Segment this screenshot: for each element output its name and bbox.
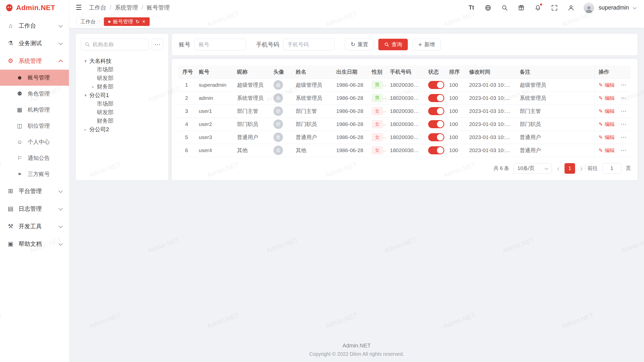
row-more-icon[interactable]: ⋯ (621, 95, 626, 101)
table-row[interactable]: 5 user3 普通用户 普 普通用户 1986-06-28 女 1802003… (178, 131, 631, 144)
tag-tab[interactable]: 工作台 (76, 17, 100, 26)
tree-caret-icon[interactable] (82, 59, 89, 64)
edit-button[interactable]: 编辑 (599, 82, 615, 88)
language-icon[interactable] (484, 4, 492, 12)
font-size-icon[interactable]: Tt (467, 4, 475, 12)
tree-node[interactable]: 财务部 (81, 117, 163, 125)
cell-status (424, 78, 445, 92)
sidebar-item[interactable]: 工作台 (0, 17, 69, 34)
cell-nickname: 普通用户 (233, 131, 269, 144)
cell-index: 5 (178, 131, 195, 144)
reset-button[interactable]: ↻ 重置 (345, 39, 374, 50)
tree-node[interactable]: 市场部 (81, 100, 163, 108)
row-more-icon[interactable]: ⋯ (621, 134, 626, 140)
sidebar-item[interactable]: 帮助文档 (0, 235, 69, 253)
sidebar-item[interactable]: 系统管理 (0, 52, 69, 70)
tree-caret-icon[interactable] (89, 84, 97, 89)
account-input[interactable] (194, 39, 246, 50)
cell-name: 部门职员 (292, 118, 332, 131)
sidebar-item[interactable]: 机构管理 (0, 102, 69, 118)
breadcrumb-item[interactable]: 工作台 (89, 4, 106, 12)
add-button[interactable]: + 新增 (412, 39, 440, 50)
bell-icon[interactable] (534, 4, 542, 12)
org-search-input[interactable] (93, 41, 145, 48)
row-more-icon[interactable]: ⋯ (621, 108, 626, 114)
row-more-icon[interactable]: ⋯ (621, 121, 626, 127)
edit-button[interactable]: 编辑 (599, 147, 615, 154)
status-toggle[interactable] (428, 81, 444, 89)
next-page-icon[interactable]: › (580, 165, 583, 172)
tag-tab[interactable]: 账号管理 ↻ × (104, 17, 150, 26)
row-more-icon[interactable]: ⋯ (621, 147, 626, 153)
tree-node[interactable]: 分公司1 (81, 91, 163, 100)
tree-node[interactable]: 研发部 (81, 74, 163, 82)
sidebar-item[interactable]: 平台管理 (0, 182, 69, 200)
fullscreen-icon[interactable] (550, 4, 558, 12)
chevron-icon (58, 156, 63, 160)
menu-label: 业务测试 (19, 39, 58, 47)
more-options-icon[interactable]: ⋯ (152, 39, 163, 50)
tree-caret-icon[interactable] (82, 93, 89, 98)
edit-button[interactable]: 编辑 (599, 134, 615, 141)
table-row[interactable]: 3 user1 部门主管 部 部门主管 1986-06-28 女 1802003… (178, 105, 631, 118)
page-size-select[interactable]: 10条/页 (514, 163, 552, 174)
sidebar-item[interactable]: 业务测试 (0, 34, 69, 52)
menu-icon (7, 40, 15, 47)
cell-phone: 18020030720 (386, 78, 424, 92)
chevron-icon (58, 206, 63, 211)
tree-node[interactable]: 财务部 (81, 82, 163, 91)
sidebar-item[interactable]: 开发工具 (0, 217, 69, 235)
refresh-icon[interactable]: ↻ (136, 19, 140, 24)
status-toggle[interactable] (428, 146, 444, 154)
table-row[interactable]: 4 user2 部门职员 部 部门职员 1986-06-28 女 1802003… (178, 118, 631, 131)
username[interactable]: superadmin (599, 4, 629, 11)
table-header-cell: 序号 (178, 65, 195, 78)
cell-order: 100 (445, 92, 465, 105)
tree-node[interactable]: 研发部 (81, 108, 163, 117)
breadcrumb-item[interactable]: 账号管理 (138, 4, 170, 12)
cell-phone: 18020030720 (386, 118, 424, 131)
logo[interactable]: Admin.NET (0, 0, 69, 15)
hamburger-icon[interactable]: ☰ (76, 4, 82, 11)
chevron-down-icon[interactable] (633, 6, 636, 10)
cell-order: 100 (445, 144, 465, 157)
sidebar-item[interactable]: 角色管理 (0, 86, 69, 102)
cell-avatar: 部 (269, 118, 292, 131)
edit-button[interactable]: 编辑 (599, 121, 615, 128)
sidebar-item[interactable]: 个人中心 (0, 134, 69, 150)
phone-input[interactable] (283, 39, 335, 50)
close-icon[interactable]: × (142, 19, 145, 24)
status-toggle[interactable] (428, 133, 444, 141)
sidebar-item[interactable]: 日志管理 (0, 200, 69, 217)
status-toggle[interactable] (428, 120, 444, 128)
edit-button[interactable]: 编辑 (599, 108, 615, 115)
theme-icon[interactable] (517, 4, 525, 12)
status-toggle[interactable] (428, 107, 444, 115)
tree-caret-icon[interactable] (82, 127, 89, 132)
goto-page-input[interactable] (602, 163, 621, 174)
sidebar-item[interactable]: 职位管理 (0, 118, 69, 134)
sidebar-item[interactable]: 通知公告 (0, 150, 69, 166)
sidebar-item[interactable]: 账号管理 (0, 70, 69, 86)
search-button[interactable]: 查询 (378, 39, 408, 50)
breadcrumb-item[interactable]: 系统管理 (106, 4, 138, 12)
table-row[interactable]: 1 superadmin 超级管理员 超 超级管理员 1986-06-28 男 … (178, 78, 631, 92)
tree-node[interactable]: 大名科技 (81, 57, 163, 65)
current-page[interactable]: 1 (565, 163, 575, 174)
cell-phone: 18020030720 (386, 92, 424, 105)
profile-icon[interactable] (567, 4, 575, 12)
tree-node[interactable]: 分公司2 (81, 125, 163, 134)
sidebar-item[interactable]: 三方账号 (0, 166, 69, 182)
table-row[interactable]: 6 user4 其他 其 其他 1986-06-28 女 18020030720 (178, 144, 631, 157)
prev-page-icon[interactable]: ‹ (556, 165, 560, 172)
edit-button[interactable]: 编辑 (599, 95, 615, 102)
avatar[interactable] (584, 3, 594, 13)
row-more-icon[interactable]: ⋯ (621, 82, 626, 88)
chevron-down-icon (545, 167, 548, 170)
table-row[interactable]: 2 admin 系统管理员 系 系统管理员 1986-06-28 男 18020… (178, 92, 631, 105)
search-icon[interactable] (501, 4, 509, 12)
cell-remark: 系统管理员 (516, 92, 594, 105)
cell-name: 其他 (292, 144, 332, 157)
status-toggle[interactable] (428, 94, 444, 102)
tree-node[interactable]: 市场部 (81, 65, 163, 74)
